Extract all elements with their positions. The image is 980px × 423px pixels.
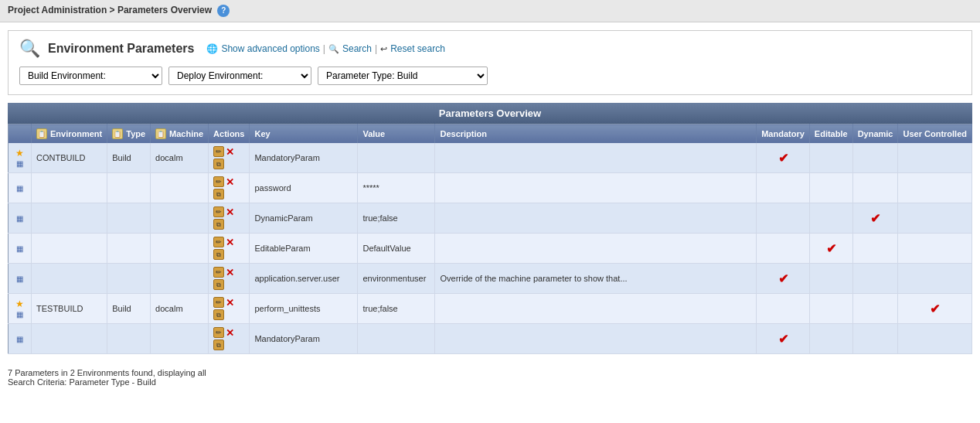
row-mandatory: ✔ xyxy=(757,324,810,354)
th-key-label: Key xyxy=(254,129,270,138)
grid-icon: ▦ xyxy=(16,184,23,193)
row-actions: ✏ ✕ ⧉ xyxy=(209,324,250,354)
th-dynamic-label: Dynamic xyxy=(858,129,893,138)
dynamic-checkmark: ✔ xyxy=(870,212,880,225)
row-type xyxy=(107,324,151,354)
row-editable xyxy=(809,294,852,324)
table-row: ★ ▦ CONTBUILDBuilddocalm ✏ ✕ ⧉ Mandatory… xyxy=(9,143,972,173)
row-machine xyxy=(151,264,209,294)
copy-action-icon[interactable]: ⧉ xyxy=(213,279,224,290)
deploy-environment-select[interactable]: Deploy Environment: xyxy=(168,67,311,85)
edit-action-icon[interactable]: ✏ xyxy=(213,327,224,338)
delete-action-icon[interactable]: ✕ xyxy=(226,177,234,187)
grid-icon: ▦ xyxy=(16,335,23,343)
th-actions: Actions xyxy=(209,125,250,144)
row-mandatory xyxy=(757,234,810,264)
edit-action-icon[interactable]: ✏ xyxy=(213,176,224,187)
table-row: ▦ ✏ ✕ ⧉ DynamicParamtrue;false✔ xyxy=(9,203,972,234)
row-key: password xyxy=(250,173,358,203)
row-type xyxy=(107,234,151,264)
delete-action-icon[interactable]: ✕ xyxy=(226,298,234,308)
row-type: Build xyxy=(107,294,151,324)
row-type xyxy=(107,203,151,234)
row-key: MandatoryParam xyxy=(250,324,358,354)
machine-col-icon: 📋 xyxy=(155,128,166,139)
build-environment-select[interactable]: Build Environment: xyxy=(19,67,162,85)
row-environment xyxy=(32,173,107,203)
reset-search-link[interactable]: Reset search xyxy=(390,43,445,54)
edit-action-icon[interactable]: ✏ xyxy=(213,297,224,308)
edit-action-icon[interactable]: ✏ xyxy=(213,267,224,278)
row-actions: ✏ ✕ ⧉ xyxy=(209,173,250,203)
th-key: Key xyxy=(250,125,358,144)
advanced-options-icon: 🌐 xyxy=(206,43,218,54)
copy-action-icon[interactable]: ⧉ xyxy=(213,249,224,260)
row-actions: ✏ ✕ ⧉ xyxy=(209,203,250,234)
parameters-table: 📋 Environment 📋 Type 📋 Machine xyxy=(8,124,972,354)
th-environment[interactable]: 📋 Environment xyxy=(32,125,107,144)
footer-line1: 7 Parameters in 2 Environments found, di… xyxy=(8,368,972,377)
row-actions: ✏ ✕ ⧉ xyxy=(209,294,250,324)
row-description xyxy=(435,203,757,234)
th-machine[interactable]: 📋 Machine xyxy=(151,125,209,144)
row-value: DefaultValue xyxy=(358,234,435,264)
row-user-controlled xyxy=(898,234,972,264)
help-icon[interactable]: ? xyxy=(217,5,230,17)
parameter-type-select[interactable]: Parameter Type: Build xyxy=(318,67,488,85)
search-links: 🌐 Show advanced options | 🔍 Search | ↩ R… xyxy=(206,43,444,54)
row-environment xyxy=(32,264,107,294)
mandatory-checkmark: ✔ xyxy=(778,272,788,285)
th-dynamic: Dynamic xyxy=(852,125,898,144)
th-type[interactable]: 📋 Type xyxy=(107,125,151,144)
advanced-options-link[interactable]: Show advanced options xyxy=(221,43,319,54)
search-header: 🔍 Environment Parameters 🌐 Show advanced… xyxy=(19,39,961,59)
filter-row: Build Environment: Deploy Environment: P… xyxy=(19,67,961,85)
table-title: Parameters Overview xyxy=(8,103,972,124)
row-dynamic xyxy=(852,294,898,324)
delete-action-icon[interactable]: ✕ xyxy=(226,237,234,247)
row-first-col: ★ ▦ xyxy=(9,143,32,173)
row-environment xyxy=(32,234,107,264)
row-first-col: ▦ xyxy=(9,264,32,294)
edit-action-icon[interactable]: ✏ xyxy=(213,237,224,247)
row-key: perform_unittests xyxy=(250,294,358,324)
row-type: Build xyxy=(107,143,151,173)
editable-checkmark: ✔ xyxy=(826,242,836,255)
copy-action-icon[interactable]: ⧉ xyxy=(213,219,224,230)
mandatory-checkmark: ✔ xyxy=(778,152,788,165)
row-environment: CONTBUILD xyxy=(32,143,107,173)
th-description: Description xyxy=(435,125,757,144)
row-dynamic: ✔ xyxy=(852,203,898,234)
delete-action-icon[interactable]: ✕ xyxy=(226,207,234,217)
row-mandatory xyxy=(757,173,810,203)
row-actions: ✏ ✕ ⧉ xyxy=(209,234,250,264)
edit-action-icon[interactable]: ✏ xyxy=(213,206,224,217)
delete-action-icon[interactable]: ✕ xyxy=(226,147,234,157)
row-user-controlled xyxy=(898,143,972,173)
row-first-col: ▦ xyxy=(9,203,32,234)
row-dynamic xyxy=(852,143,898,173)
row-actions: ✏ ✕ ⧉ xyxy=(209,264,250,294)
footer: 7 Parameters in 2 Environments found, di… xyxy=(0,362,980,393)
row-description xyxy=(435,234,757,264)
th-user-controlled: User Controlled xyxy=(898,125,972,144)
delete-action-icon[interactable]: ✕ xyxy=(226,328,234,338)
th-editable-label: Editable xyxy=(815,129,848,138)
grid-icon: ▦ xyxy=(16,159,23,168)
edit-action-icon[interactable]: ✏ xyxy=(213,146,224,157)
delete-action-icon[interactable]: ✕ xyxy=(226,268,234,278)
th-machine-label: Machine xyxy=(169,129,203,138)
table-header-row: 📋 Environment 📋 Type 📋 Machine xyxy=(9,125,972,144)
row-key: DynamicParam xyxy=(250,203,358,234)
row-description xyxy=(435,324,757,354)
footer-line2: Search Criteria: Parameter Type - Build xyxy=(8,377,972,387)
copy-action-icon[interactable]: ⧉ xyxy=(213,189,224,200)
row-mandatory: ✔ xyxy=(757,143,810,173)
search-button-link[interactable]: Search xyxy=(342,43,372,54)
copy-action-icon[interactable]: ⧉ xyxy=(213,339,224,350)
row-user-controlled: ✔ xyxy=(898,294,972,324)
copy-action-icon[interactable]: ⧉ xyxy=(213,159,224,169)
copy-action-icon[interactable]: ⧉ xyxy=(213,309,224,320)
row-user-controlled xyxy=(898,173,972,203)
row-mandatory: ✔ xyxy=(757,264,810,294)
